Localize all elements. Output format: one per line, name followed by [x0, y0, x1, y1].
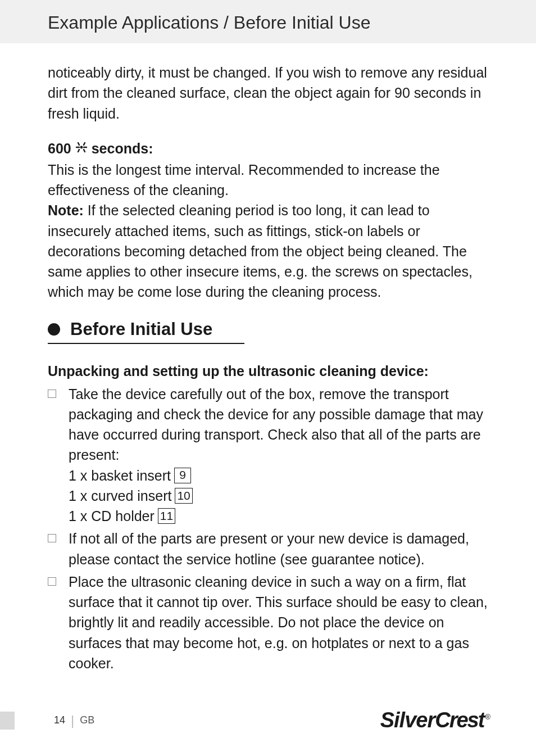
- brand-word-a: Silver: [380, 708, 435, 732]
- part-line: 1 x curved insert 10: [69, 486, 490, 506]
- checkbox-icon: [48, 390, 56, 398]
- checkbox-icon: [48, 577, 56, 586]
- svg-line-1: [84, 143, 85, 145]
- checkbox-icon: [48, 534, 56, 542]
- timer-600-suffix: seconds:: [92, 141, 153, 157]
- step-text: Take the device carefully out of the box…: [69, 386, 483, 463]
- brand-logo: SilverCrest®: [380, 708, 490, 732]
- footer-left: 14 | GB: [0, 712, 94, 730]
- note-label: Note:: [48, 202, 84, 218]
- region-code: GB: [80, 714, 94, 726]
- section-title: Before Initial Use: [70, 319, 212, 339]
- intro-continuation: noticeably dirty, it must be changed. If…: [48, 62, 490, 124]
- section-rule: [48, 343, 244, 344]
- svg-line-5: [84, 150, 85, 152]
- step-text: If not all of the parts are present or y…: [69, 531, 469, 567]
- list-item: If not all of the parts are present or y…: [48, 528, 490, 569]
- page-content: noticeably dirty, it must be changed. If…: [0, 43, 536, 673]
- ref-number-box: 10: [175, 488, 192, 504]
- step-text: Place the ultrasonic cleaning device in …: [69, 574, 488, 671]
- registered-mark: ®: [485, 713, 490, 721]
- svg-line-4: [78, 150, 79, 152]
- part-label: 1 x curved insert: [69, 486, 171, 506]
- timer-600-heading: 600 seconds:: [48, 141, 490, 157]
- list-item: Place the ultrasonic cleaning device in …: [48, 572, 490, 673]
- page-number: 14: [54, 714, 65, 726]
- note-paragraph: Note: If the selected cleaning period is…: [48, 200, 490, 302]
- part-label: 1 x CD holder: [69, 506, 155, 526]
- part-label: 1 x basket insert: [69, 465, 171, 486]
- ref-number-box: 11: [158, 508, 175, 524]
- note-text: If the selected cleaning period is too l…: [48, 202, 473, 300]
- bullet-icon: [48, 323, 60, 336]
- ref-number-box: 9: [174, 468, 191, 483]
- timer-600-desc: This is the longest time interval. Recom…: [48, 160, 490, 201]
- vibration-icon: [75, 141, 88, 157]
- timer-600-prefix: 600: [48, 141, 71, 157]
- svg-line-0: [78, 143, 79, 145]
- part-line: 1 x basket insert 9: [69, 465, 490, 486]
- separator: |: [71, 713, 74, 728]
- section-heading-row: Before Initial Use: [48, 319, 490, 339]
- svg-point-6: [81, 147, 82, 148]
- unpacking-subhead: Unpacking and setting up the ultrasonic …: [48, 363, 490, 379]
- page-header: Example Applications / Before Initial Us…: [0, 0, 536, 43]
- header-title: Example Applications / Before Initial Us…: [48, 12, 371, 33]
- list-item: Take the device carefully out of the box…: [48, 384, 490, 527]
- steps-list: Take the device carefully out of the box…: [48, 384, 490, 674]
- part-line: 1 x CD holder 11: [69, 506, 490, 526]
- page-indicator: 14 | GB: [54, 713, 94, 728]
- edge-tab: [0, 712, 15, 730]
- brand-word-b: Crest: [435, 708, 484, 732]
- page-footer: 14 | GB SilverCrest®: [0, 708, 536, 732]
